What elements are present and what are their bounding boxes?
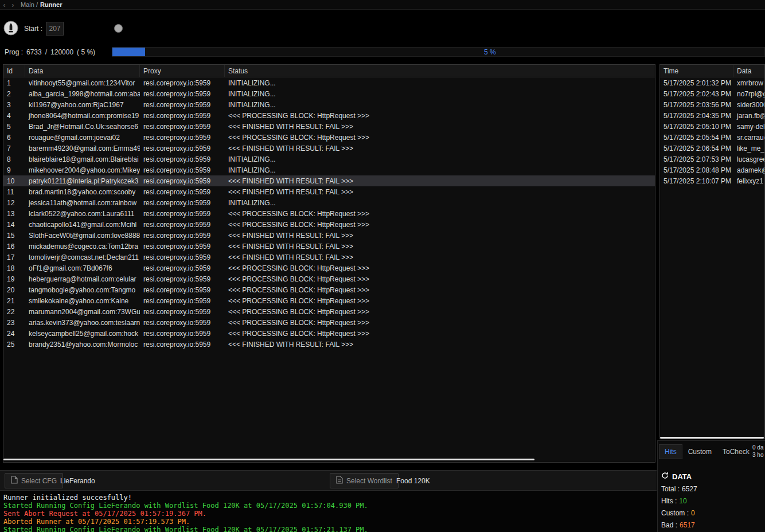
cell-time: 5/17/2025 2:02:43 PM bbox=[660, 88, 733, 99]
table-row[interactable]: 3 kil1967@yahoo.com:RjaC1967 resi.corepr… bbox=[3, 99, 655, 110]
cell-id: 21 bbox=[3, 295, 25, 306]
hit-row[interactable]: 5/17/2025 2:06:54 PM like_me_l bbox=[660, 143, 764, 154]
table-row[interactable]: 2 alba_garcia_1998@hotmail.com:aba resi.… bbox=[3, 88, 655, 99]
table-row[interactable]: 11 brad.martin18@yahoo.com:scooby resi.c… bbox=[3, 186, 655, 197]
results-tab[interactable]: Custom bbox=[683, 445, 717, 459]
log-output: Runner initialized succesfully! Started … bbox=[0, 491, 657, 532]
cell-data: alba_garcia_1998@hotmail.com:aba bbox=[25, 88, 140, 99]
eta-text: 0 da 3 ho bbox=[752, 444, 763, 459]
right-bottom-panel: Hits Custom ToCheck 0 da 3 ho DATA bbox=[657, 440, 765, 532]
results-tab[interactable]: Hits bbox=[659, 444, 682, 459]
stat-value: 10 bbox=[679, 497, 686, 505]
column-header-proxy[interactable]: Proxy bbox=[140, 65, 225, 77]
cell-status: INITIALIZING... bbox=[225, 165, 655, 175]
hit-row[interactable]: 5/17/2025 2:10:07 PM felixxyz1 bbox=[660, 175, 764, 186]
hit-row[interactable]: 5/17/2025 2:01:32 PM xmrbrow bbox=[660, 77, 764, 88]
table-row[interactable]: 15 SlothFaceW0t@gmail.com:love8888 resi.… bbox=[3, 230, 655, 241]
cell-hit-data: like_me_l bbox=[733, 143, 764, 154]
table-row[interactable]: 17 tomoliverjr@comcast.net:Declan211 res… bbox=[3, 252, 655, 263]
progress-fill bbox=[112, 48, 145, 56]
cell-time: 5/17/2025 2:06:54 PM bbox=[660, 143, 733, 154]
table-row[interactable]: 5 Brad_Jr@Hotmail.Co.Uk:seahorse6 resi.c… bbox=[3, 121, 655, 132]
table-row[interactable]: 6 rouague@gmail.com:joevai02 resi.corepr… bbox=[3, 132, 655, 143]
table-row[interactable]: 10 patryk01211@interia.pl:Patrykczek3 re… bbox=[3, 175, 655, 186]
hit-row[interactable]: 5/17/2025 2:03:56 PM sider3000 bbox=[660, 99, 764, 110]
cell-status: <<< FINISHED WITH RESULT: FAIL >>> bbox=[225, 186, 655, 197]
log-line: Started Running Config LieFerando with W… bbox=[3, 502, 653, 510]
config-file-icon bbox=[11, 476, 18, 486]
cell-status: <<< PROCESSING BLOCK: HttpRequest >>> bbox=[225, 295, 655, 306]
cell-status: INITIALIZING... bbox=[225, 154, 655, 165]
table-row[interactable]: 12 jessica11ath@hotmail.com:rainbow resi… bbox=[3, 197, 655, 208]
hit-row[interactable]: 5/17/2025 2:04:35 PM jaran.fb@ bbox=[660, 110, 764, 121]
hit-row[interactable]: 5/17/2025 2:07:53 PM lucasgree bbox=[660, 154, 764, 165]
hit-row[interactable]: 5/17/2025 2:05:54 PM sr.carrauc bbox=[660, 132, 764, 143]
cell-status: <<< PROCESSING BLOCK: HttpRequest >>> bbox=[225, 306, 655, 317]
cell-proxy: resi.coreproxy.io:5959 bbox=[140, 143, 225, 154]
hit-row[interactable]: 5/17/2025 2:08:48 PM adamek@ bbox=[660, 165, 764, 175]
hits-rows: 5/17/2025 2:01:32 PM xmrbrow 5/17/2025 2… bbox=[660, 77, 764, 186]
table-row[interactable]: 22 marumann2004@gmail.com:73WGu resi.cor… bbox=[3, 306, 655, 317]
forward-arrow-icon[interactable]: › bbox=[9, 1, 17, 9]
column-header-hit-data[interactable]: Data bbox=[733, 65, 764, 77]
select-wordlist-button[interactable]: Select Wordlist bbox=[330, 473, 399, 488]
hit-row[interactable]: 5/17/2025 2:02:43 PM no7rpl@g bbox=[660, 88, 764, 99]
results-tab[interactable]: ToCheck bbox=[717, 445, 755, 459]
cell-proxy: resi.coreproxy.io:5959 bbox=[140, 230, 225, 241]
table-row[interactable]: 21 smilekokaine@yahoo.com:Kaine resi.cor… bbox=[3, 295, 655, 306]
progress-label: Prog :6733/120000( 5 %) bbox=[5, 48, 99, 56]
cell-proxy: resi.coreproxy.io:5959 bbox=[140, 110, 225, 121]
toolbar: Start : bbox=[0, 10, 765, 46]
breadcrumb-main[interactable]: Main / bbox=[21, 1, 38, 8]
hit-row[interactable]: 5/17/2025 2:05:10 PM samy-del bbox=[660, 121, 764, 132]
table-row[interactable]: 7 baremm49230@gmail.com:Emma49 resi.core… bbox=[3, 143, 655, 154]
back-arrow-icon[interactable]: ‹ bbox=[0, 1, 9, 9]
table-row[interactable]: 20 tangmobogie@yahoo.com:Tangmo resi.cor… bbox=[3, 284, 655, 295]
stat-value: 6527 bbox=[682, 485, 697, 493]
selected-config-name: LieFerando bbox=[60, 477, 95, 485]
cell-data: jessica11ath@hotmail.com:rainbow bbox=[25, 197, 140, 208]
runner-horizontal-scrollbar[interactable] bbox=[3, 459, 534, 460]
cell-proxy: resi.coreproxy.io:5959 bbox=[140, 263, 225, 273]
table-row[interactable]: 25 brandy2351@yahoo.com:Mormoloc resi.co… bbox=[3, 339, 655, 350]
column-header-data[interactable]: Data bbox=[25, 65, 140, 77]
stat-row: Bad :6517 bbox=[661, 521, 764, 529]
cell-data: brad.martin18@yahoo.com:scooby bbox=[25, 186, 140, 197]
progress-percent-text: 5 % bbox=[484, 48, 496, 56]
table-row[interactable]: 16 mickademus@cogeco.ca:Tom12bra resi.co… bbox=[3, 241, 655, 252]
cell-status: <<< FINISHED WITH RESULT: FAIL >>> bbox=[225, 230, 655, 241]
table-row[interactable]: 4 jhone8064@hotmail.com:promise19 resi.c… bbox=[3, 110, 655, 121]
log-line: Started Running Config LieFerando with W… bbox=[3, 526, 653, 532]
table-row[interactable]: 13 lclark0522@yahoo.com:Laura6111 resi.c… bbox=[3, 208, 655, 219]
log-line: Runner initialized succesfully! bbox=[3, 494, 653, 502]
table-row[interactable]: 9 mikehoover2004@yahoo.com:Mikey resi.co… bbox=[3, 165, 655, 175]
table-row[interactable]: 18 oFf1@gmail.com:7Bd067f6 resi.coreprox… bbox=[3, 263, 655, 273]
results-tabs: Hits Custom ToCheck bbox=[659, 444, 755, 460]
stat-label: Hits : bbox=[661, 497, 677, 505]
column-header-time[interactable]: Time bbox=[660, 65, 733, 77]
table-row[interactable]: 23 arias.kevin373@yahoo.com:teslaarn res… bbox=[3, 317, 655, 328]
cell-data: smilekokaine@yahoo.com:Kaine bbox=[25, 295, 140, 306]
cell-id: 20 bbox=[3, 284, 25, 295]
hits-horizontal-scrollbar[interactable] bbox=[660, 437, 764, 439]
table-row[interactable]: 1 vitinhooyt55@gmail.com:1234Vitor resi.… bbox=[3, 77, 655, 88]
cell-time: 5/17/2025 2:07:53 PM bbox=[660, 154, 733, 165]
table-row[interactable]: 8 blaireblaire18@gmail.com:Blaireblai re… bbox=[3, 154, 655, 165]
cell-proxy: resi.coreproxy.io:5959 bbox=[140, 154, 225, 165]
cell-proxy: resi.coreproxy.io:5959 bbox=[140, 132, 225, 143]
table-row[interactable]: 19 heberguerrag@hotmail.com:celular resi… bbox=[3, 273, 655, 284]
cell-time: 5/17/2025 2:08:48 PM bbox=[660, 165, 733, 175]
cell-data: lclark0522@yahoo.com:Laura6111 bbox=[25, 208, 140, 219]
table-row[interactable]: 14 chaoticapollo141@gmail.com:Mcihl resi… bbox=[3, 219, 655, 230]
start-bots-input[interactable] bbox=[46, 22, 64, 36]
column-header-status[interactable]: Status bbox=[225, 65, 655, 77]
column-header-id[interactable]: Id bbox=[3, 65, 25, 77]
table-row[interactable]: 24 kelseycampbell25@gmail.com:hock resi.… bbox=[3, 328, 655, 339]
bots-slider-knob[interactable] bbox=[114, 24, 123, 33]
cell-status: INITIALIZING... bbox=[225, 197, 655, 208]
cell-data: brandy2351@yahoo.com:Mormoloc bbox=[25, 339, 140, 350]
cell-hit-data: xmrbrow bbox=[733, 77, 764, 88]
select-cfg-button[interactable]: Select CFG bbox=[5, 473, 63, 488]
refresh-icon[interactable] bbox=[661, 472, 669, 481]
cell-status: <<< FINISHED WITH RESULT: FAIL >>> bbox=[225, 175, 655, 186]
